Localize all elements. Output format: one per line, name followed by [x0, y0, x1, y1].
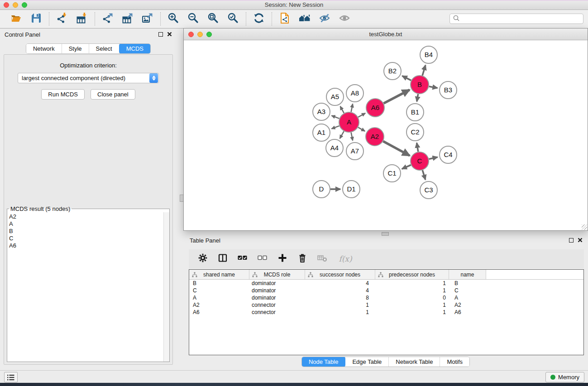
graph-node-A1[interactable]: A1 [313, 124, 330, 141]
graph-node-A3[interactable]: A3 [313, 103, 330, 120]
table-tab-edge-table[interactable]: Edge Table [345, 357, 389, 367]
task-history-button[interactable] [4, 372, 18, 382]
table-tab-motifs[interactable]: Motifs [440, 357, 469, 367]
run-mcds-button[interactable]: Run MCDS [41, 89, 85, 100]
tab-mcds[interactable]: MCDS [119, 43, 151, 54]
window-title: Session: New Session [0, 1, 588, 8]
save-session-icon [30, 12, 42, 26]
close-panel-button[interactable]: Close panel [91, 89, 135, 100]
edge-B-B4 [422, 65, 425, 76]
graph-node-B2[interactable]: B2 [384, 62, 401, 80]
table-row[interactable]: A6connector11A6 [189, 309, 583, 316]
edge-B-B2 [402, 76, 411, 81]
zoom-in-button[interactable] [165, 12, 182, 26]
export-image-button[interactable] [139, 12, 156, 26]
table-tabs: Node TableEdge TableNetwork TableMotifs [301, 357, 470, 367]
float-panel-icon[interactable] [158, 32, 163, 37]
graph-node-B1[interactable]: B1 [406, 104, 424, 121]
open-session-icon [10, 12, 22, 26]
delete-column-icon [297, 253, 307, 265]
graph-node-D[interactable]: D [313, 181, 330, 198]
export-image-icon [142, 12, 153, 26]
split-panel-button[interactable] [216, 252, 229, 266]
graph-node-C2[interactable]: C2 [406, 124, 424, 141]
search-input[interactable] [460, 16, 580, 22]
svg-text:A3: A3 [317, 108, 325, 115]
refresh-button[interactable] [250, 12, 268, 26]
graph-node-B[interactable]: B [411, 76, 429, 94]
add-column-button[interactable] [276, 252, 289, 266]
deselect-all-rows-button[interactable] [256, 252, 269, 266]
mcds-result-item[interactable]: A2 [9, 213, 169, 220]
tab-style[interactable]: Style [62, 44, 89, 53]
edge-A-A1 [332, 126, 339, 129]
table-cell: A2 [449, 302, 486, 308]
graph-node-A2[interactable]: A2 [366, 128, 384, 146]
zoom-out-button[interactable] [185, 12, 202, 26]
table-row[interactable]: A2connector11A2 [189, 301, 583, 309]
close-panel-icon[interactable] [167, 30, 172, 38]
table-tab-node-table[interactable]: Node Table [301, 357, 346, 367]
mcds-result-item[interactable]: B [9, 228, 169, 235]
save-session-button[interactable] [28, 12, 45, 26]
criterion-select[interactable]: largest connected component (directed) [18, 73, 159, 83]
import-table-button[interactable] [73, 12, 91, 26]
import-network-button[interactable] [53, 12, 71, 26]
zoom-fit-icon [207, 12, 219, 26]
table-row[interactable]: Adominator80A [189, 294, 583, 301]
zoom-selected-button[interactable] [225, 12, 242, 26]
export-network-button[interactable] [99, 12, 116, 26]
column-header-name[interactable]: name [449, 270, 486, 279]
table-cell: C [449, 287, 486, 294]
table-settings-button[interactable] [196, 252, 210, 266]
edge-A-A2 [358, 127, 365, 131]
table-row[interactable]: Bdominator41B [189, 280, 583, 287]
network-canvas[interactable]: AA1A2A3A4A5A6A7A8BB1B2B3B4CC1C2C3C4DD1 [184, 40, 588, 230]
column-header-MCDS-role[interactable]: MCDS role [249, 270, 305, 279]
select-stepper-icon [149, 73, 158, 83]
memory-label: Memory [558, 374, 579, 381]
open-session-button[interactable] [8, 12, 25, 26]
column-header-predecessor-nodes[interactable]: predecessor nodes [375, 270, 449, 279]
zoom-out-icon [187, 12, 199, 26]
export-table-button[interactable] [119, 12, 136, 26]
table-cell: C [189, 287, 249, 294]
result-list-scrollbar[interactable] [163, 212, 169, 362]
window-resize-handle[interactable] [582, 224, 587, 230]
tab-network[interactable]: Network [26, 44, 62, 53]
zoom-fit-button[interactable] [205, 12, 222, 26]
mcds-result-item[interactable]: A6 [9, 242, 169, 249]
graph-node-B4[interactable]: B4 [420, 46, 437, 63]
graph-node-A[interactable]: A [339, 112, 359, 132]
delete-column-button[interactable] [296, 252, 309, 266]
graph-node-C4[interactable]: C4 [440, 146, 457, 163]
graph-node-A4[interactable]: A4 [326, 139, 343, 157]
graph-node-A5[interactable]: A5 [326, 88, 344, 105]
hide-details-button[interactable] [316, 12, 333, 26]
memory-button[interactable]: Memory [545, 372, 584, 382]
show-details-button[interactable] [336, 12, 353, 26]
tab-select[interactable]: Select [89, 44, 120, 53]
graph-node-C[interactable]: C [411, 152, 429, 170]
graph-node-A6[interactable]: A6 [366, 99, 384, 117]
zoom-in-icon [167, 12, 179, 26]
graph-node-C3[interactable]: C3 [420, 181, 437, 199]
graph-node-A8[interactable]: A8 [346, 85, 363, 102]
graph-node-D1[interactable]: D1 [343, 181, 360, 198]
mcds-result-item[interactable]: C [9, 235, 169, 242]
float-table-panel-icon[interactable] [569, 238, 574, 243]
welcome-screen-button[interactable] [296, 12, 313, 26]
graph-node-C1[interactable]: C1 [383, 165, 401, 182]
table-row[interactable]: Cdominator41C [189, 287, 583, 294]
graph-node-A7[interactable]: A7 [346, 143, 363, 160]
column-header-shared-name[interactable]: shared name [189, 270, 249, 279]
network-document-button[interactable] [276, 12, 293, 26]
column-header-successor-nodes[interactable]: successor nodes [305, 270, 375, 279]
apply-function-button: f(x) [335, 252, 355, 266]
table-tab-network-table[interactable]: Network Table [389, 357, 440, 367]
svg-text:C4: C4 [444, 151, 452, 158]
mcds-result-item[interactable]: A [9, 220, 169, 228]
close-table-panel-icon[interactable] [578, 236, 583, 244]
select-all-rows-button[interactable] [236, 252, 249, 266]
graph-node-B3[interactable]: B3 [440, 81, 457, 99]
